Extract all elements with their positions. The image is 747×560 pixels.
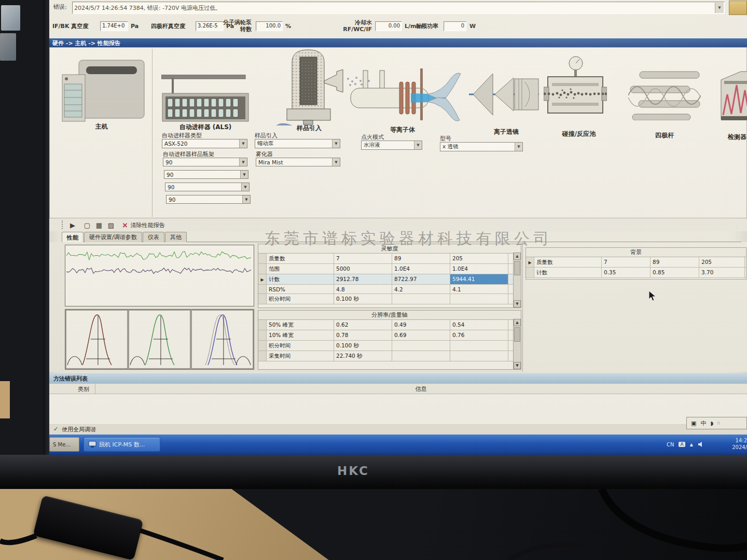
row-marker[interactable] (258, 264, 267, 274)
save-button[interactable]: ▦ (93, 220, 105, 230)
sample-intro-combo[interactable]: 蠕动泵▼ (255, 139, 340, 148)
row-marker[interactable] (258, 285, 267, 293)
table-cell[interactable]: 0.62 (334, 320, 392, 330)
edit-button[interactable]: ▨ (105, 220, 117, 230)
table-cell[interactable]: 89 (651, 257, 699, 267)
tray-language-indicator[interactable]: CN (667, 442, 674, 447)
table-cell[interactable] (450, 294, 508, 304)
speaker-icon[interactable] (698, 441, 704, 447)
tab-hardware-settings[interactable]: 硬件设置/调谐参数 (84, 232, 142, 243)
chevron-down-icon[interactable]: ▼ (332, 158, 340, 166)
ime-chinese-icon[interactable]: 中 (700, 419, 706, 427)
quadrupole-icon[interactable] (628, 71, 701, 120)
chevron-down-icon[interactable]: ▼ (332, 139, 340, 148)
options-dots-icon[interactable]: ∷ (717, 421, 721, 426)
table-cell[interactable]: 7 (602, 257, 651, 267)
ion-lens-icon[interactable] (469, 72, 542, 117)
table-cell[interactable]: 3.70 (699, 268, 745, 277)
row-marker[interactable]: ▶ (258, 274, 267, 284)
detector-icon[interactable] (720, 69, 747, 121)
table-cell[interactable]: 0.85 (651, 268, 699, 277)
als-type-combo[interactable]: ASX-520▼ (162, 139, 247, 148)
tab-meters[interactable]: 仪表 (143, 232, 164, 243)
error-col-category[interactable]: 类别 (78, 385, 89, 393)
row-marker[interactable] (258, 341, 267, 351)
error-message-combobox[interactable]: 2024/5/7 14:26:54 7384, 错误: -720V 电源电压过低… (72, 2, 725, 14)
als-rack-combo-3[interactable]: 90▼ (165, 183, 250, 191)
table-cell[interactable] (392, 341, 450, 351)
vertical-scrollbar[interactable]: ▲▼ (513, 253, 521, 307)
row-marker[interactable] (258, 330, 267, 340)
table-cell[interactable]: 2912.78 (334, 274, 392, 284)
table-cell[interactable]: 22.740 秒 (334, 351, 392, 361)
scroll-down-button[interactable]: ▼ (514, 300, 521, 307)
table-cell[interactable]: 205 (699, 257, 745, 267)
chevron-down-icon[interactable]: ▼ (239, 158, 247, 166)
als-rack-combo-2[interactable]: 90▼ (164, 170, 248, 179)
scroll-up-button[interactable]: ▲ (514, 319, 521, 326)
als-rack-combo-1[interactable]: 90▼ (163, 158, 247, 166)
plasma-torch-icon[interactable] (350, 67, 472, 121)
table-cell[interactable] (392, 351, 450, 361)
error-col-info[interactable]: 信息 (95, 385, 747, 393)
table-cell[interactable]: 0.78 (334, 330, 392, 340)
table-cell[interactable] (450, 351, 508, 361)
table-cell[interactable]: 0.35 (602, 268, 651, 277)
vertical-scrollbar[interactable]: ▲▼ (513, 319, 521, 369)
chevron-down-icon[interactable]: ▼ (414, 141, 422, 149)
tab-other[interactable]: 其他 (165, 232, 187, 243)
row-marker[interactable] (258, 320, 267, 330)
scroll-thumb[interactable] (514, 327, 520, 342)
table-cell[interactable]: 0.100 秒 (334, 341, 392, 351)
scroll-down-button[interactable]: ▼ (514, 362, 521, 369)
autosampler-icon[interactable] (161, 75, 250, 122)
clear-report-button[interactable]: × 清除性能报告 (120, 220, 167, 230)
table-cell[interactable]: 0.69 (392, 330, 450, 340)
table-cell[interactable]: 0.76 (450, 330, 508, 340)
collision-cell-icon[interactable] (544, 55, 607, 118)
table-cell[interactable]: 7 (334, 254, 392, 263)
taskbar-icpms-button[interactable]: 脱机 ICP-MS 数... (84, 437, 160, 452)
table-cell[interactable]: 4.2 (392, 285, 450, 293)
row-marker[interactable] (258, 254, 267, 263)
row-marker[interactable] (526, 268, 534, 277)
chevron-down-icon[interactable]: ▼ (715, 3, 724, 13)
lens-model-combo[interactable]: x 透镜▼ (440, 142, 523, 151)
table-cell[interactable]: 0.49 (392, 320, 450, 330)
taskbar-partial-button[interactable]: S Me... (49, 437, 79, 452)
table-cell[interactable]: 1.0E4 (450, 264, 508, 274)
row-marker[interactable] (258, 294, 267, 304)
table-cell[interactable] (450, 341, 508, 351)
window-button[interactable]: ▢ (81, 220, 93, 230)
play-button[interactable]: ▶ (67, 220, 78, 230)
table-cell[interactable] (392, 294, 450, 304)
chevron-down-icon[interactable]: ▼ (241, 183, 249, 191)
show-hidden-icons[interactable]: ▲ (690, 442, 693, 447)
table-cell[interactable]: 4.1 (450, 285, 508, 293)
table-cell[interactable]: 89 (392, 254, 450, 263)
row-marker[interactable] (258, 351, 267, 361)
pen-box-icon[interactable]: ▣ (691, 420, 696, 427)
table-cell[interactable]: 0.100 秒 (334, 294, 392, 304)
nebulizer-combo[interactable]: Mira Mist▼ (256, 158, 340, 166)
table-cell[interactable]: 5000 (334, 264, 392, 274)
table-cell[interactable]: 1.0E4 (392, 264, 450, 274)
table-cell[interactable]: 4.8 (334, 285, 392, 293)
corner-button[interactable] (729, 1, 747, 15)
ignition-mode-combo[interactable]: 水溶液▼ (361, 141, 422, 150)
chevron-down-icon[interactable]: ▼ (242, 195, 250, 203)
table-cell[interactable]: 8722.97 (392, 274, 450, 284)
row-marker[interactable]: ▶ (526, 257, 534, 267)
ime-tray-icon[interactable]: A (679, 442, 685, 447)
tab-performance[interactable]: 性能 (62, 232, 84, 243)
scroll-thumb[interactable] (514, 261, 520, 275)
table-cell[interactable]: 0.54 (450, 320, 508, 330)
chevron-down-icon[interactable]: ▼ (239, 139, 247, 148)
table-cell[interactable]: 5944.41 (450, 274, 508, 284)
chevron-down-icon[interactable]: ▼ (240, 171, 248, 178)
als-rack-combo-4[interactable]: 90▼ (166, 195, 251, 204)
mainframe-icon[interactable] (59, 59, 148, 122)
table-cell[interactable]: 205 (450, 254, 508, 263)
taskbar-clock[interactable]: 14:2 2024/ (723, 437, 747, 451)
scroll-up-button[interactable]: ▲ (514, 253, 521, 260)
